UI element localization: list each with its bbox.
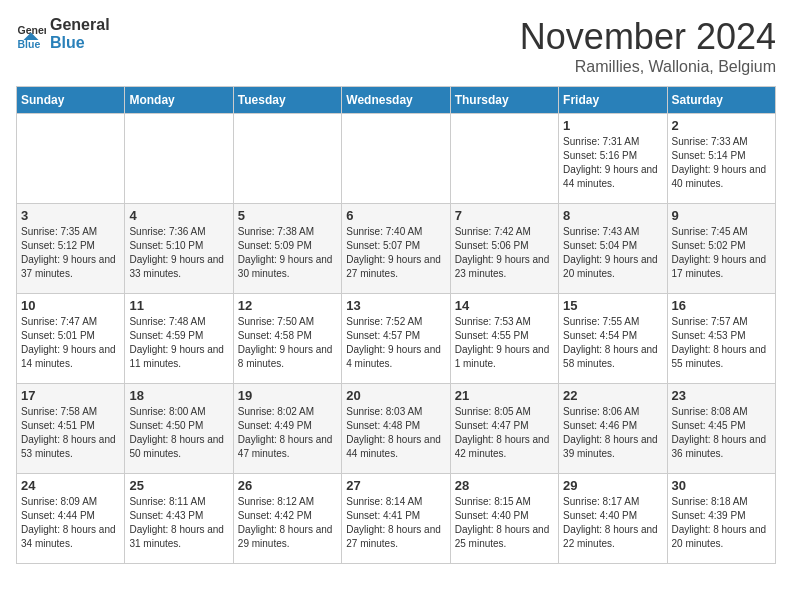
day-cell: 4Sunrise: 7:36 AM Sunset: 5:10 PM Daylig… [125,204,233,294]
day-cell [342,114,450,204]
day-number: 14 [455,298,554,313]
day-cell: 26Sunrise: 8:12 AM Sunset: 4:42 PM Dayli… [233,474,341,564]
day-cell: 16Sunrise: 7:57 AM Sunset: 4:53 PM Dayli… [667,294,775,384]
day-cell: 9Sunrise: 7:45 AM Sunset: 5:02 PM Daylig… [667,204,775,294]
weekday-header-row: SundayMondayTuesdayWednesdayThursdayFrid… [17,87,776,114]
day-info: Sunrise: 7:43 AM Sunset: 5:04 PM Dayligh… [563,225,662,281]
week-row-0: 1Sunrise: 7:31 AM Sunset: 5:16 PM Daylig… [17,114,776,204]
day-number: 28 [455,478,554,493]
week-row-2: 10Sunrise: 7:47 AM Sunset: 5:01 PM Dayli… [17,294,776,384]
day-info: Sunrise: 7:47 AM Sunset: 5:01 PM Dayligh… [21,315,120,371]
day-cell [233,114,341,204]
day-number: 21 [455,388,554,403]
day-cell: 12Sunrise: 7:50 AM Sunset: 4:58 PM Dayli… [233,294,341,384]
day-number: 7 [455,208,554,223]
day-number: 29 [563,478,662,493]
day-cell: 6Sunrise: 7:40 AM Sunset: 5:07 PM Daylig… [342,204,450,294]
day-info: Sunrise: 7:31 AM Sunset: 5:16 PM Dayligh… [563,135,662,191]
day-cell: 7Sunrise: 7:42 AM Sunset: 5:06 PM Daylig… [450,204,558,294]
day-number: 18 [129,388,228,403]
day-number: 2 [672,118,771,133]
weekday-header-sunday: Sunday [17,87,125,114]
day-number: 3 [21,208,120,223]
title-area: November 2024 Ramillies, Wallonia, Belgi… [520,16,776,76]
day-info: Sunrise: 8:18 AM Sunset: 4:39 PM Dayligh… [672,495,771,551]
day-number: 1 [563,118,662,133]
day-number: 26 [238,478,337,493]
header-area: General Blue General Blue November 2024 … [16,16,776,76]
day-cell: 15Sunrise: 7:55 AM Sunset: 4:54 PM Dayli… [559,294,667,384]
day-info: Sunrise: 7:36 AM Sunset: 5:10 PM Dayligh… [129,225,228,281]
day-number: 25 [129,478,228,493]
day-number: 16 [672,298,771,313]
day-info: Sunrise: 7:57 AM Sunset: 4:53 PM Dayligh… [672,315,771,371]
logo-icon: General Blue [16,19,46,49]
day-number: 6 [346,208,445,223]
day-number: 15 [563,298,662,313]
day-info: Sunrise: 7:45 AM Sunset: 5:02 PM Dayligh… [672,225,771,281]
day-number: 5 [238,208,337,223]
month-title: November 2024 [520,16,776,58]
day-number: 17 [21,388,120,403]
day-cell: 21Sunrise: 8:05 AM Sunset: 4:47 PM Dayli… [450,384,558,474]
week-row-3: 17Sunrise: 7:58 AM Sunset: 4:51 PM Dayli… [17,384,776,474]
day-info: Sunrise: 8:03 AM Sunset: 4:48 PM Dayligh… [346,405,445,461]
calendar-table: SundayMondayTuesdayWednesdayThursdayFrid… [16,86,776,564]
day-number: 11 [129,298,228,313]
day-number: 19 [238,388,337,403]
day-number: 12 [238,298,337,313]
svg-text:Blue: Blue [18,37,41,49]
day-cell: 25Sunrise: 8:11 AM Sunset: 4:43 PM Dayli… [125,474,233,564]
day-info: Sunrise: 8:08 AM Sunset: 4:45 PM Dayligh… [672,405,771,461]
day-info: Sunrise: 7:40 AM Sunset: 5:07 PM Dayligh… [346,225,445,281]
day-cell: 29Sunrise: 8:17 AM Sunset: 4:40 PM Dayli… [559,474,667,564]
day-cell: 22Sunrise: 8:06 AM Sunset: 4:46 PM Dayli… [559,384,667,474]
weekday-header-thursday: Thursday [450,87,558,114]
day-info: Sunrise: 7:52 AM Sunset: 4:57 PM Dayligh… [346,315,445,371]
day-info: Sunrise: 7:55 AM Sunset: 4:54 PM Dayligh… [563,315,662,371]
day-info: Sunrise: 8:00 AM Sunset: 4:50 PM Dayligh… [129,405,228,461]
day-cell: 30Sunrise: 8:18 AM Sunset: 4:39 PM Dayli… [667,474,775,564]
day-number: 22 [563,388,662,403]
day-info: Sunrise: 8:06 AM Sunset: 4:46 PM Dayligh… [563,405,662,461]
weekday-header-saturday: Saturday [667,87,775,114]
day-info: Sunrise: 8:14 AM Sunset: 4:41 PM Dayligh… [346,495,445,551]
day-number: 23 [672,388,771,403]
day-info: Sunrise: 7:38 AM Sunset: 5:09 PM Dayligh… [238,225,337,281]
day-cell: 2Sunrise: 7:33 AM Sunset: 5:14 PM Daylig… [667,114,775,204]
day-number: 13 [346,298,445,313]
logo-blue: Blue [50,34,110,52]
day-cell: 1Sunrise: 7:31 AM Sunset: 5:16 PM Daylig… [559,114,667,204]
day-cell: 11Sunrise: 7:48 AM Sunset: 4:59 PM Dayli… [125,294,233,384]
day-cell [125,114,233,204]
day-info: Sunrise: 7:33 AM Sunset: 5:14 PM Dayligh… [672,135,771,191]
day-number: 9 [672,208,771,223]
day-info: Sunrise: 7:48 AM Sunset: 4:59 PM Dayligh… [129,315,228,371]
location-title: Ramillies, Wallonia, Belgium [520,58,776,76]
day-cell: 27Sunrise: 8:14 AM Sunset: 4:41 PM Dayli… [342,474,450,564]
day-number: 8 [563,208,662,223]
day-info: Sunrise: 8:12 AM Sunset: 4:42 PM Dayligh… [238,495,337,551]
day-info: Sunrise: 7:42 AM Sunset: 5:06 PM Dayligh… [455,225,554,281]
weekday-header-friday: Friday [559,87,667,114]
day-info: Sunrise: 8:15 AM Sunset: 4:40 PM Dayligh… [455,495,554,551]
day-cell: 14Sunrise: 7:53 AM Sunset: 4:55 PM Dayli… [450,294,558,384]
day-cell: 23Sunrise: 8:08 AM Sunset: 4:45 PM Dayli… [667,384,775,474]
day-number: 24 [21,478,120,493]
logo: General Blue General Blue [16,16,110,51]
day-info: Sunrise: 7:50 AM Sunset: 4:58 PM Dayligh… [238,315,337,371]
day-cell: 19Sunrise: 8:02 AM Sunset: 4:49 PM Dayli… [233,384,341,474]
day-cell [450,114,558,204]
day-info: Sunrise: 8:11 AM Sunset: 4:43 PM Dayligh… [129,495,228,551]
day-info: Sunrise: 8:05 AM Sunset: 4:47 PM Dayligh… [455,405,554,461]
day-number: 30 [672,478,771,493]
week-row-1: 3Sunrise: 7:35 AM Sunset: 5:12 PM Daylig… [17,204,776,294]
logo-general: General [50,16,110,34]
day-cell: 20Sunrise: 8:03 AM Sunset: 4:48 PM Dayli… [342,384,450,474]
day-cell: 5Sunrise: 7:38 AM Sunset: 5:09 PM Daylig… [233,204,341,294]
weekday-header-tuesday: Tuesday [233,87,341,114]
day-info: Sunrise: 8:17 AM Sunset: 4:40 PM Dayligh… [563,495,662,551]
day-cell [17,114,125,204]
day-cell: 18Sunrise: 8:00 AM Sunset: 4:50 PM Dayli… [125,384,233,474]
day-info: Sunrise: 8:02 AM Sunset: 4:49 PM Dayligh… [238,405,337,461]
